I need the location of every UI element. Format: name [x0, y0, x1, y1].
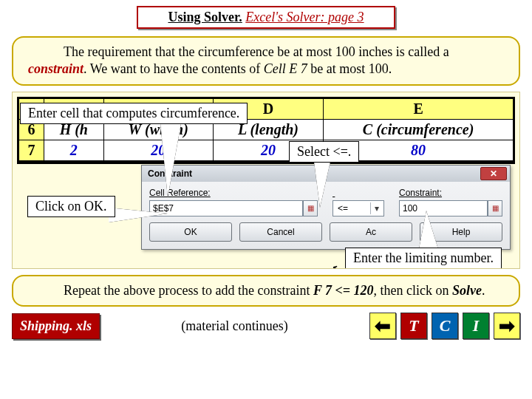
callout-limit: Enter the limiting number. — [345, 248, 502, 269]
hdr-E: C (circumference) — [324, 119, 514, 140]
worksheet-area: B C D E 6 H (h W (width) L (length) C (c… — [12, 92, 520, 269]
close-icon[interactable]: ✕ — [480, 167, 507, 180]
constraint-input[interactable] — [399, 200, 488, 216]
cancel-button[interactable]: Cancel — [239, 222, 322, 242]
val-C7: 20 — [103, 140, 213, 160]
val-B7: 2 — [44, 140, 104, 160]
nav-next[interactable]: ➡ — [494, 313, 520, 339]
nav-buttons: ⬅ T C I ➡ — [369, 313, 520, 339]
nav-prev[interactable]: ⬅ — [369, 313, 396, 339]
operator-select[interactable]: <= ▾ — [332, 200, 384, 216]
mouse-cursor-icon: ↖ — [330, 259, 344, 269]
repeat-solve: Solve — [452, 283, 482, 298]
nav-c[interactable]: C — [432, 313, 458, 339]
operator-value: <= — [338, 203, 348, 214]
row-7: 7 — [19, 140, 44, 160]
intro-t3: be at most 100. — [307, 61, 392, 76]
title-part1: Using Solver. — [168, 10, 242, 24]
cellref-input[interactable] — [149, 200, 303, 216]
range-picker-icon-2[interactable]: ▦ — [488, 200, 502, 216]
constraint-label: Constraint: — [399, 188, 502, 198]
intro-cellref: Cell E 7 — [264, 61, 307, 76]
file-link[interactable]: Shipping. xls — [12, 313, 100, 339]
repeat-ref: F 7 <= 120 — [313, 283, 374, 298]
ok-button[interactable]: OK — [149, 222, 232, 242]
nav-i[interactable]: I — [463, 313, 489, 339]
intro-t1: The requirement that the circumference b… — [64, 44, 449, 59]
repeat-t3: . — [482, 283, 485, 298]
repeat-t1: Repeat the above process to add the cons… — [64, 283, 313, 298]
footer-row: Shipping. xls (material continues) ⬅ T C… — [12, 313, 520, 339]
callout-click-ok: Click on OK. — [27, 196, 115, 217]
chevron-down-icon: ▾ — [370, 202, 382, 214]
col-E: E — [324, 98, 514, 119]
callout-enter-cell: Enter cell that computes circumference. — [20, 103, 248, 124]
title-part2: Excel's Solver: page 3 — [245, 10, 364, 24]
page-title: Using Solver. Excel's Solver: page 3 — [137, 6, 395, 29]
intro-t2: . We want to have the contents of — [83, 61, 264, 76]
intro-box: The requirement that the circumference b… — [12, 36, 520, 86]
op-spacer — [332, 188, 384, 198]
repeat-t2: , then click on — [374, 283, 452, 298]
repeat-box: Repeat the above process to add the cons… — [12, 275, 520, 307]
intro-constraint: constraint — [28, 61, 83, 76]
add-button[interactable]: Ac — [330, 222, 412, 242]
callout-select-le: Select <=. — [289, 141, 359, 163]
nav-t[interactable]: T — [400, 313, 427, 339]
material-continues: (material continues) — [110, 318, 359, 334]
